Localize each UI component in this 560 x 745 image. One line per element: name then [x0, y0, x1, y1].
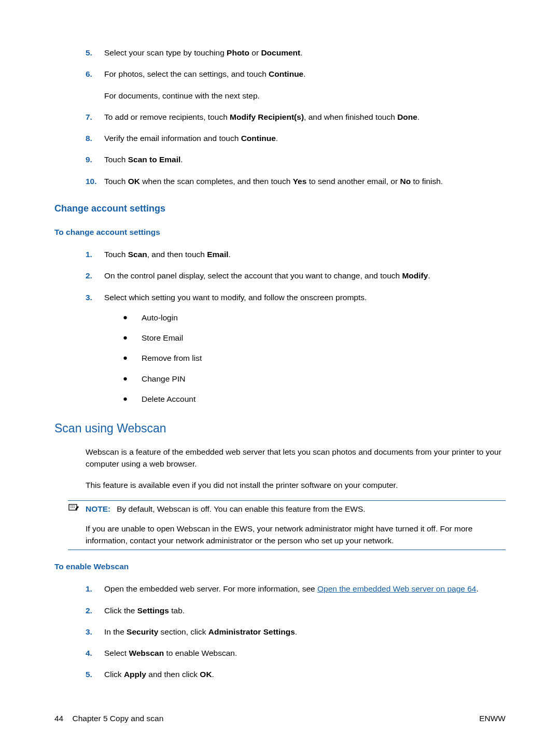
text: Select your scan type by touching — [104, 48, 227, 57]
text-bold: Yes — [293, 177, 307, 186]
text: Click the — [104, 606, 137, 615]
step-text: Click the Settings tab. — [104, 605, 506, 616]
note-icon — [68, 503, 86, 546]
step-text: Click Apply and then click OK. — [104, 668, 506, 680]
text: . — [295, 627, 297, 636]
text-bold: Email — [207, 250, 228, 259]
step-5: 5. Select your scan type by touching Pho… — [86, 47, 506, 59]
step-number: 5. — [86, 47, 104, 59]
enable-webscan-list: 1. Open the embedded web server. For mor… — [54, 583, 506, 680]
text: Select which setting you want to modify,… — [104, 293, 367, 302]
text-bold: No — [400, 177, 411, 186]
bullet-item: ●Delete Account — [123, 393, 506, 405]
chapter-title: Chapter 5 Copy and scan — [72, 714, 163, 723]
bullet-item: ●Change PIN — [123, 373, 506, 385]
note-box: NOTE:By default, Webscan is off. You can… — [68, 500, 506, 550]
step-number: 10. — [86, 175, 104, 187]
text-bold: OK — [128, 177, 140, 186]
text: Open the embedded web server. For more i… — [104, 584, 317, 593]
text-bold: Apply — [124, 670, 146, 679]
step-text: Select Webscan to enable Webscan. — [104, 647, 506, 659]
step-6: 6. For photos, select the can settings, … — [86, 68, 506, 102]
text: or — [249, 48, 261, 57]
page-footer: 44 Chapter 5 Copy and scan ENWW — [54, 712, 506, 724]
text-bold: OK — [200, 670, 212, 679]
step-text: Verify the email information and touch C… — [104, 132, 506, 144]
bullet-text: Auto-login — [142, 312, 178, 324]
step-number: 6. — [86, 68, 104, 102]
text: . — [212, 670, 214, 679]
step-3: 3. Select which setting you want to modi… — [86, 291, 506, 407]
step-10: 10. Touch OK when the scan completes, an… — [86, 175, 506, 187]
step-number: 9. — [86, 153, 104, 165]
step-2: 2. Click the Settings tab. — [86, 605, 506, 616]
text: , and then touch — [147, 250, 207, 259]
step-number: 3. — [86, 626, 104, 638]
text: Click — [104, 670, 124, 679]
bullet-icon: ● — [123, 332, 142, 344]
step-7: 7. To add or remove recipients, touch Mo… — [86, 111, 506, 123]
step-text: Select your scan type by touching Photo … — [104, 47, 506, 59]
text-bold: Administrator Settings — [208, 627, 295, 636]
text: Touch — [104, 250, 128, 259]
text-bold: Webscan — [129, 649, 164, 657]
bullet-text: Store Email — [142, 332, 183, 344]
step-number: 2. — [86, 270, 104, 282]
change-account-list: 1. Touch Scan, and then touch Email. 2. … — [54, 248, 506, 407]
text: . — [229, 250, 231, 259]
text-bold: Scan to Email — [128, 155, 181, 164]
heading-change-account: Change account settings — [54, 202, 506, 216]
step-5: 5. Click Apply and then click OK. — [86, 668, 506, 680]
bullet-icon: ● — [123, 352, 142, 364]
text: Select — [104, 649, 129, 657]
step-1: 1. Touch Scan, and then touch Email. — [86, 248, 506, 260]
bullet-text: Change PIN — [142, 373, 185, 385]
text: section, click — [158, 627, 208, 636]
text: For photos, select the can settings, and… — [104, 69, 269, 78]
step-text: For photos, select the can settings, and… — [104, 68, 506, 102]
webscan-intro: Webscan is a feature of the embedded web… — [54, 446, 506, 491]
bullet-text: Delete Account — [142, 393, 195, 405]
cross-reference-link[interactable]: Open the embedded Web server on page 64 — [317, 584, 476, 593]
text-bold: Continue — [241, 134, 276, 143]
step-9: 9. Touch Scan to Email. — [86, 153, 506, 165]
text: . — [417, 113, 419, 121]
text: In the — [104, 627, 127, 636]
text-bold: Done — [397, 113, 417, 121]
text-bold: Modify Recipient(s) — [230, 113, 304, 121]
paragraph: This feature is available even if you di… — [86, 479, 506, 491]
step-text: In the Security section, click Administr… — [104, 626, 506, 638]
bullet-item: ●Remove from list — [123, 352, 506, 364]
text: . — [428, 271, 430, 280]
text: when the scan completes, and then touch — [140, 177, 293, 186]
text-bold: Scan — [128, 250, 147, 259]
text: to finish. — [411, 177, 443, 186]
text: Touch — [104, 155, 128, 164]
text: To add or remove recipients, touch — [104, 113, 230, 121]
note-text: If you are unable to open Webscan in the… — [86, 523, 506, 547]
text: to send another email, or — [306, 177, 400, 186]
heading-scan-using-webscan: Scan using Webscan — [54, 419, 506, 438]
text-bold: Continue — [269, 69, 303, 78]
bullet-text: Remove from list — [142, 352, 202, 364]
text: Verify the email information and touch — [104, 134, 241, 143]
step-number: 7. — [86, 111, 104, 123]
step-number: 3. — [86, 291, 104, 407]
instruction-list-continued: 5. Select your scan type by touching Pho… — [54, 47, 506, 187]
bullet-icon: ● — [123, 312, 142, 324]
heading-to-change-account: To change account settings — [54, 226, 506, 238]
step-8: 8. Verify the email information and touc… — [86, 132, 506, 144]
heading-to-enable-webscan: To enable Webscan — [54, 560, 506, 572]
text: tab. — [169, 606, 185, 615]
step-2: 2. On the control panel display, select … — [86, 270, 506, 282]
text: to enable Webscan. — [164, 649, 237, 657]
text: . — [276, 134, 278, 143]
bullet-icon: ● — [123, 393, 142, 405]
step-text: To add or remove recipients, touch Modif… — [104, 111, 506, 123]
note-content: NOTE:By default, Webscan is off. You can… — [86, 503, 506, 546]
text: . — [476, 584, 478, 593]
text: Touch — [104, 177, 128, 186]
bullet-item: ●Store Email — [123, 332, 506, 344]
text-bold: Photo — [227, 48, 249, 57]
text-bold: Document — [261, 48, 300, 57]
